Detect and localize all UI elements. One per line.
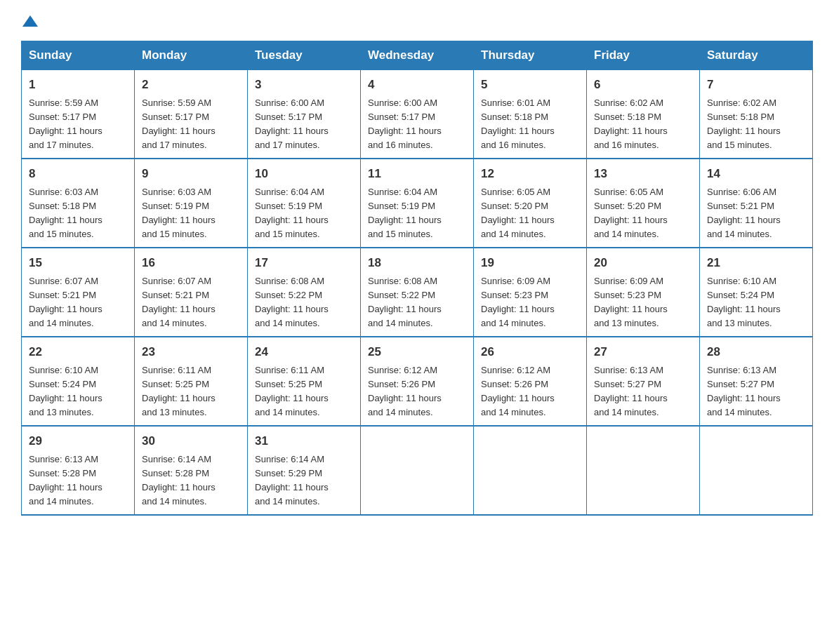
calendar-cell: 6Sunrise: 6:02 AMSunset: 5:18 PMDaylight… <box>587 70 700 159</box>
calendar-cell: 7Sunrise: 6:02 AMSunset: 5:18 PMDaylight… <box>700 70 813 159</box>
day-number: 27 <box>594 343 692 361</box>
calendar-cell: 12Sunrise: 6:05 AMSunset: 5:20 PMDayligh… <box>474 159 587 248</box>
day-info: Sunrise: 6:03 AMSunset: 5:19 PMDaylight:… <box>142 185 240 242</box>
day-number: 24 <box>255 343 353 361</box>
day-info: Sunrise: 6:04 AMSunset: 5:19 PMDaylight:… <box>368 185 466 242</box>
svg-marker-0 <box>22 15 38 27</box>
day-info: Sunrise: 6:12 AMSunset: 5:26 PMDaylight:… <box>481 363 579 420</box>
header-day-monday: Monday <box>135 41 248 70</box>
day-number: 5 <box>481 76 579 94</box>
page-header <box>21 14 813 27</box>
day-number: 17 <box>255 254 353 272</box>
calendar-cell <box>474 426 587 515</box>
day-info: Sunrise: 6:08 AMSunset: 5:22 PMDaylight:… <box>255 274 353 331</box>
day-number: 13 <box>594 165 692 183</box>
day-info: Sunrise: 6:08 AMSunset: 5:22 PMDaylight:… <box>368 274 466 331</box>
calendar-cell: 25Sunrise: 6:12 AMSunset: 5:26 PMDayligh… <box>361 337 474 426</box>
day-info: Sunrise: 6:10 AMSunset: 5:24 PMDaylight:… <box>707 274 805 331</box>
calendar-cell: 21Sunrise: 6:10 AMSunset: 5:24 PMDayligh… <box>700 248 813 337</box>
day-number: 3 <box>255 76 353 94</box>
week-row-4: 22Sunrise: 6:10 AMSunset: 5:24 PMDayligh… <box>22 337 813 426</box>
day-info: Sunrise: 6:10 AMSunset: 5:24 PMDaylight:… <box>29 363 127 420</box>
day-info: Sunrise: 6:12 AMSunset: 5:26 PMDaylight:… <box>368 363 466 420</box>
day-number: 18 <box>368 254 466 272</box>
calendar-cell: 17Sunrise: 6:08 AMSunset: 5:22 PMDayligh… <box>248 248 361 337</box>
days-header-row: SundayMondayTuesdayWednesdayThursdayFrid… <box>22 41 813 70</box>
calendar-cell: 1Sunrise: 5:59 AMSunset: 5:17 PMDaylight… <box>22 70 135 159</box>
calendar-cell: 27Sunrise: 6:13 AMSunset: 5:27 PMDayligh… <box>587 337 700 426</box>
day-number: 25 <box>368 343 466 361</box>
calendar-cell: 24Sunrise: 6:11 AMSunset: 5:25 PMDayligh… <box>248 337 361 426</box>
calendar-cell: 3Sunrise: 6:00 AMSunset: 5:17 PMDaylight… <box>248 70 361 159</box>
day-info: Sunrise: 6:07 AMSunset: 5:21 PMDaylight:… <box>29 274 127 331</box>
day-info: Sunrise: 6:00 AMSunset: 5:17 PMDaylight:… <box>255 96 353 153</box>
calendar-cell: 20Sunrise: 6:09 AMSunset: 5:23 PMDayligh… <box>587 248 700 337</box>
day-info: Sunrise: 6:09 AMSunset: 5:23 PMDaylight:… <box>594 274 692 331</box>
day-info: Sunrise: 5:59 AMSunset: 5:17 PMDaylight:… <box>142 96 240 153</box>
day-info: Sunrise: 6:01 AMSunset: 5:18 PMDaylight:… <box>481 96 579 153</box>
day-info: Sunrise: 6:00 AMSunset: 5:17 PMDaylight:… <box>368 96 466 153</box>
calendar-cell: 11Sunrise: 6:04 AMSunset: 5:19 PMDayligh… <box>361 159 474 248</box>
header-day-sunday: Sunday <box>22 41 135 70</box>
day-info: Sunrise: 6:13 AMSunset: 5:27 PMDaylight:… <box>707 363 805 420</box>
calendar-cell: 29Sunrise: 6:13 AMSunset: 5:28 PMDayligh… <box>22 426 135 515</box>
day-number: 28 <box>707 343 805 361</box>
calendar-cell: 26Sunrise: 6:12 AMSunset: 5:26 PMDayligh… <box>474 337 587 426</box>
calendar-cell <box>700 426 813 515</box>
day-number: 9 <box>142 165 240 183</box>
calendar-cell: 31Sunrise: 6:14 AMSunset: 5:29 PMDayligh… <box>248 426 361 515</box>
header-day-thursday: Thursday <box>474 41 587 70</box>
calendar-cell: 2Sunrise: 5:59 AMSunset: 5:17 PMDaylight… <box>135 70 248 159</box>
day-number: 21 <box>707 254 805 272</box>
header-day-friday: Friday <box>587 41 700 70</box>
calendar-table: SundayMondayTuesdayWednesdayThursdayFrid… <box>21 41 813 516</box>
day-info: Sunrise: 6:09 AMSunset: 5:23 PMDaylight:… <box>481 274 579 331</box>
week-row-1: 1Sunrise: 5:59 AMSunset: 5:17 PMDaylight… <box>22 70 813 159</box>
header-day-wednesday: Wednesday <box>361 41 474 70</box>
calendar-cell: 9Sunrise: 6:03 AMSunset: 5:19 PMDaylight… <box>135 159 248 248</box>
day-number: 2 <box>142 76 240 94</box>
calendar-cell: 13Sunrise: 6:05 AMSunset: 5:20 PMDayligh… <box>587 159 700 248</box>
day-info: Sunrise: 6:11 AMSunset: 5:25 PMDaylight:… <box>142 363 240 420</box>
day-number: 31 <box>255 432 353 450</box>
calendar-cell: 19Sunrise: 6:09 AMSunset: 5:23 PMDayligh… <box>474 248 587 337</box>
header-day-saturday: Saturday <box>700 41 813 70</box>
day-number: 14 <box>707 165 805 183</box>
day-number: 29 <box>29 432 127 450</box>
logo <box>21 14 38 27</box>
calendar-cell: 30Sunrise: 6:14 AMSunset: 5:28 PMDayligh… <box>135 426 248 515</box>
calendar-cell: 22Sunrise: 6:10 AMSunset: 5:24 PMDayligh… <box>22 337 135 426</box>
day-number: 26 <box>481 343 579 361</box>
day-info: Sunrise: 6:13 AMSunset: 5:27 PMDaylight:… <box>594 363 692 420</box>
day-info: Sunrise: 6:05 AMSunset: 5:20 PMDaylight:… <box>594 185 692 242</box>
day-number: 15 <box>29 254 127 272</box>
calendar-cell: 8Sunrise: 6:03 AMSunset: 5:18 PMDaylight… <box>22 159 135 248</box>
day-info: Sunrise: 6:02 AMSunset: 5:18 PMDaylight:… <box>707 96 805 153</box>
calendar-cell: 23Sunrise: 6:11 AMSunset: 5:25 PMDayligh… <box>135 337 248 426</box>
day-info: Sunrise: 6:04 AMSunset: 5:19 PMDaylight:… <box>255 185 353 242</box>
day-info: Sunrise: 6:14 AMSunset: 5:29 PMDaylight:… <box>255 452 353 509</box>
week-row-3: 15Sunrise: 6:07 AMSunset: 5:21 PMDayligh… <box>22 248 813 337</box>
day-number: 8 <box>29 165 127 183</box>
calendar-cell: 10Sunrise: 6:04 AMSunset: 5:19 PMDayligh… <box>248 159 361 248</box>
day-info: Sunrise: 6:02 AMSunset: 5:18 PMDaylight:… <box>594 96 692 153</box>
day-info: Sunrise: 6:11 AMSunset: 5:25 PMDaylight:… <box>255 363 353 420</box>
day-number: 16 <box>142 254 240 272</box>
day-info: Sunrise: 6:07 AMSunset: 5:21 PMDaylight:… <box>142 274 240 331</box>
day-number: 1 <box>29 76 127 94</box>
week-row-2: 8Sunrise: 6:03 AMSunset: 5:18 PMDaylight… <box>22 159 813 248</box>
day-number: 23 <box>142 343 240 361</box>
day-number: 22 <box>29 343 127 361</box>
day-number: 10 <box>255 165 353 183</box>
header-day-tuesday: Tuesday <box>248 41 361 70</box>
calendar-cell: 14Sunrise: 6:06 AMSunset: 5:21 PMDayligh… <box>700 159 813 248</box>
day-info: Sunrise: 6:14 AMSunset: 5:28 PMDaylight:… <box>142 452 240 509</box>
calendar-cell: 16Sunrise: 6:07 AMSunset: 5:21 PMDayligh… <box>135 248 248 337</box>
logo-triangle-icon <box>22 14 38 28</box>
day-info: Sunrise: 5:59 AMSunset: 5:17 PMDaylight:… <box>29 96 127 153</box>
calendar-cell: 15Sunrise: 6:07 AMSunset: 5:21 PMDayligh… <box>22 248 135 337</box>
day-number: 30 <box>142 432 240 450</box>
day-number: 12 <box>481 165 579 183</box>
day-number: 19 <box>481 254 579 272</box>
calendar-cell <box>587 426 700 515</box>
